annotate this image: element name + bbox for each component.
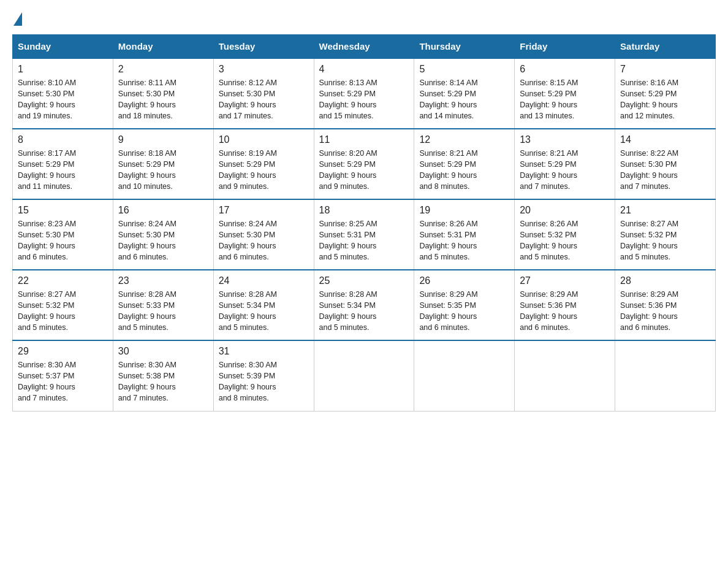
page-header [12,12,716,22]
calendar-cell: 23 Sunrise: 8:28 AM Sunset: 5:33 PM Dayl… [113,270,213,340]
day-info: Sunrise: 8:28 AM Sunset: 5:33 PM Dayligh… [118,289,208,334]
day-number: 28 [620,275,710,286]
calendar-cell: 14 Sunrise: 8:22 AM Sunset: 5:30 PM Dayl… [615,129,716,199]
calendar-cell: 12 Sunrise: 8:21 AM Sunset: 5:29 PM Dayl… [414,129,515,199]
day-info: Sunrise: 8:15 AM Sunset: 5:29 PM Dayligh… [520,77,610,122]
calendar-table: SundayMondayTuesdayWednesdayThursdayFrid… [12,34,716,412]
day-number: 13 [520,134,610,145]
weekday-header-sunday: Sunday [13,35,113,59]
calendar-cell: 26 Sunrise: 8:29 AM Sunset: 5:35 PM Dayl… [414,270,515,340]
day-info: Sunrise: 8:21 AM Sunset: 5:29 PM Dayligh… [520,148,610,193]
day-number: 19 [419,205,509,216]
calendar-cell: 6 Sunrise: 8:15 AM Sunset: 5:29 PM Dayli… [515,58,615,129]
weekday-header-monday: Monday [113,35,213,59]
day-info: Sunrise: 8:14 AM Sunset: 5:29 PM Dayligh… [419,77,509,122]
week-row-4: 22 Sunrise: 8:27 AM Sunset: 5:32 PM Dayl… [13,270,716,340]
weekday-header-tuesday: Tuesday [213,35,314,59]
calendar-cell [615,340,716,411]
day-info: Sunrise: 8:29 AM Sunset: 5:36 PM Dayligh… [520,289,610,334]
weekday-header-thursday: Thursday [414,35,515,59]
day-number: 21 [620,205,710,216]
day-number: 1 [18,64,108,75]
logo [12,12,22,22]
day-info: Sunrise: 8:28 AM Sunset: 5:34 PM Dayligh… [219,289,309,334]
weekday-header-wednesday: Wednesday [314,35,414,59]
day-number: 24 [219,275,309,286]
day-info: Sunrise: 8:27 AM Sunset: 5:32 PM Dayligh… [18,289,108,334]
week-row-1: 1 Sunrise: 8:10 AM Sunset: 5:30 PM Dayli… [13,58,716,129]
calendar-cell: 16 Sunrise: 8:24 AM Sunset: 5:30 PM Dayl… [113,199,213,270]
day-number: 7 [620,64,710,75]
calendar-cell: 4 Sunrise: 8:13 AM Sunset: 5:29 PM Dayli… [314,58,414,129]
day-info: Sunrise: 8:26 AM Sunset: 5:32 PM Dayligh… [520,218,610,263]
weekday-header-friday: Friday [515,35,615,59]
day-number: 17 [219,205,309,216]
day-info: Sunrise: 8:11 AM Sunset: 5:30 PM Dayligh… [118,77,208,122]
day-info: Sunrise: 8:21 AM Sunset: 5:29 PM Dayligh… [419,148,509,193]
calendar-cell: 21 Sunrise: 8:27 AM Sunset: 5:32 PM Dayl… [615,199,716,270]
day-number: 6 [520,64,610,75]
calendar-cell: 22 Sunrise: 8:27 AM Sunset: 5:32 PM Dayl… [13,270,113,340]
calendar-cell: 5 Sunrise: 8:14 AM Sunset: 5:29 PM Dayli… [414,58,515,129]
calendar-cell: 7 Sunrise: 8:16 AM Sunset: 5:29 PM Dayli… [615,58,716,129]
day-info: Sunrise: 8:30 AM Sunset: 5:39 PM Dayligh… [219,359,309,404]
day-info: Sunrise: 8:12 AM Sunset: 5:30 PM Dayligh… [219,77,309,122]
day-number: 29 [18,346,108,357]
calendar-cell: 19 Sunrise: 8:26 AM Sunset: 5:31 PM Dayl… [414,199,515,270]
day-number: 11 [319,134,409,145]
calendar-cell: 3 Sunrise: 8:12 AM Sunset: 5:30 PM Dayli… [213,58,314,129]
week-row-3: 15 Sunrise: 8:23 AM Sunset: 5:30 PM Dayl… [13,199,716,270]
day-number: 15 [18,205,108,216]
calendar-cell: 17 Sunrise: 8:24 AM Sunset: 5:30 PM Dayl… [213,199,314,270]
calendar-cell [414,340,515,411]
weekday-header-saturday: Saturday [615,35,716,59]
day-info: Sunrise: 8:24 AM Sunset: 5:30 PM Dayligh… [219,218,309,263]
day-info: Sunrise: 8:30 AM Sunset: 5:37 PM Dayligh… [18,359,108,404]
day-number: 30 [118,346,208,357]
calendar-cell: 27 Sunrise: 8:29 AM Sunset: 5:36 PM Dayl… [515,270,615,340]
day-number: 3 [219,64,309,75]
day-info: Sunrise: 8:24 AM Sunset: 5:30 PM Dayligh… [118,218,208,263]
day-info: Sunrise: 8:13 AM Sunset: 5:29 PM Dayligh… [319,77,409,122]
day-number: 26 [419,275,509,286]
calendar-cell: 28 Sunrise: 8:29 AM Sunset: 5:36 PM Dayl… [615,270,716,340]
day-number: 18 [319,205,409,216]
calendar-cell: 30 Sunrise: 8:30 AM Sunset: 5:38 PM Dayl… [113,340,213,411]
day-info: Sunrise: 8:25 AM Sunset: 5:31 PM Dayligh… [319,218,409,263]
day-info: Sunrise: 8:17 AM Sunset: 5:29 PM Dayligh… [18,148,108,193]
day-info: Sunrise: 8:18 AM Sunset: 5:29 PM Dayligh… [118,148,208,193]
calendar-cell: 15 Sunrise: 8:23 AM Sunset: 5:30 PM Dayl… [13,199,113,270]
day-info: Sunrise: 8:26 AM Sunset: 5:31 PM Dayligh… [419,218,509,263]
day-number: 12 [419,134,509,145]
calendar-cell: 1 Sunrise: 8:10 AM Sunset: 5:30 PM Dayli… [13,58,113,129]
calendar-cell: 20 Sunrise: 8:26 AM Sunset: 5:32 PM Dayl… [515,199,615,270]
day-info: Sunrise: 8:22 AM Sunset: 5:30 PM Dayligh… [620,148,710,193]
calendar-cell: 24 Sunrise: 8:28 AM Sunset: 5:34 PM Dayl… [213,270,314,340]
calendar-cell: 18 Sunrise: 8:25 AM Sunset: 5:31 PM Dayl… [314,199,414,270]
day-number: 16 [118,205,208,216]
calendar-cell: 9 Sunrise: 8:18 AM Sunset: 5:29 PM Dayli… [113,129,213,199]
week-row-2: 8 Sunrise: 8:17 AM Sunset: 5:29 PM Dayli… [13,129,716,199]
calendar-cell: 31 Sunrise: 8:30 AM Sunset: 5:39 PM Dayl… [213,340,314,411]
day-info: Sunrise: 8:27 AM Sunset: 5:32 PM Dayligh… [620,218,710,263]
weekday-header-row: SundayMondayTuesdayWednesdayThursdayFrid… [13,35,716,59]
calendar-cell [314,340,414,411]
day-number: 5 [419,64,509,75]
day-number: 2 [118,64,208,75]
day-number: 8 [18,134,108,145]
day-info: Sunrise: 8:10 AM Sunset: 5:30 PM Dayligh… [18,77,108,122]
week-row-5: 29 Sunrise: 8:30 AM Sunset: 5:37 PM Dayl… [13,340,716,411]
calendar-cell: 10 Sunrise: 8:19 AM Sunset: 5:29 PM Dayl… [213,129,314,199]
day-number: 20 [520,205,610,216]
calendar-cell: 25 Sunrise: 8:28 AM Sunset: 5:34 PM Dayl… [314,270,414,340]
day-number: 23 [118,275,208,286]
day-number: 4 [319,64,409,75]
day-number: 25 [319,275,409,286]
day-info: Sunrise: 8:16 AM Sunset: 5:29 PM Dayligh… [620,77,710,122]
calendar-cell: 8 Sunrise: 8:17 AM Sunset: 5:29 PM Dayli… [13,129,113,199]
day-info: Sunrise: 8:30 AM Sunset: 5:38 PM Dayligh… [118,359,208,404]
day-number: 9 [118,134,208,145]
day-number: 10 [219,134,309,145]
calendar-cell: 29 Sunrise: 8:30 AM Sunset: 5:37 PM Dayl… [13,340,113,411]
day-number: 14 [620,134,710,145]
